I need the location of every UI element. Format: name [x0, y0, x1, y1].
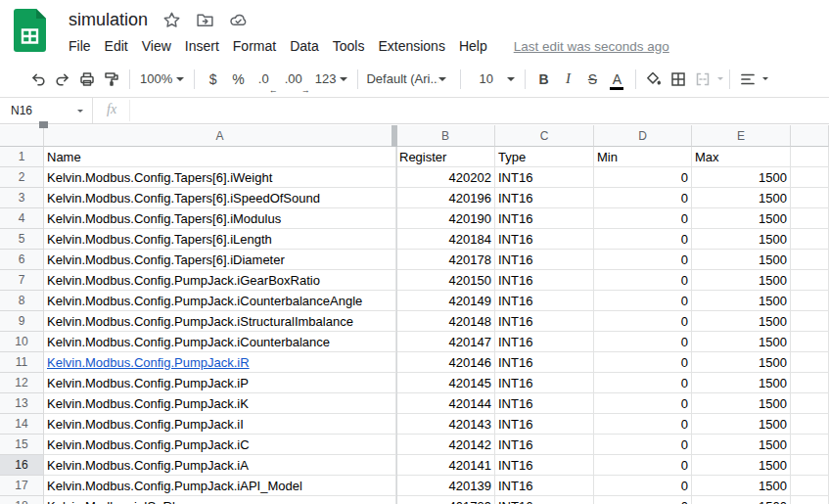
italic-button[interactable]: I — [556, 67, 580, 92]
cloud-saved-icon[interactable] — [229, 11, 248, 29]
more-formats-button[interactable]: 123 — [311, 67, 352, 92]
redo-button[interactable] — [50, 67, 74, 92]
bold-button[interactable]: B — [531, 67, 556, 92]
cell[interactable]: 0 — [594, 270, 692, 291]
cell[interactable]: 1500 — [692, 332, 791, 352]
cell[interactable]: 0 — [594, 455, 692, 476]
cell[interactable] — [791, 455, 829, 476]
menu-data[interactable]: Data — [283, 38, 326, 54]
cell[interactable]: Kelvin.Modbus.Config.PumpJack.iP — [44, 373, 396, 393]
row-header-18[interactable]: 18 — [0, 496, 44, 504]
cell[interactable]: 1500 — [692, 250, 791, 270]
row-header-7[interactable]: 7 — [0, 270, 44, 291]
cell[interactable]: Register — [396, 147, 495, 167]
cell[interactable]: Kelvin.Modbus.Config.Tapers[6].iSpeedOfS… — [44, 188, 396, 208]
cell[interactable]: Kelvin.Modbus.Config.PumpJack.iR — [44, 352, 396, 373]
cell[interactable]: INT16 — [495, 332, 594, 352]
cell[interactable]: Min — [594, 147, 692, 167]
menu-tools[interactable]: Tools — [326, 38, 372, 54]
cell[interactable]: Kelvin.Modbus.Config.PumpJack.iStructura… — [44, 311, 396, 332]
cell[interactable]: INT16 — [495, 476, 594, 496]
cell[interactable]: 1500 — [692, 311, 791, 332]
cell[interactable]: 1500 — [692, 352, 791, 373]
row-header-11[interactable]: 11 — [0, 352, 44, 373]
cell[interactable] — [791, 311, 829, 332]
menu-extensions[interactable]: Extensions — [371, 38, 451, 54]
cell[interactable]: INT16 — [495, 311, 594, 332]
cell[interactable]: Kelvin.Modbus.Config.PumpJack.iAPI_Model — [44, 476, 396, 496]
cell[interactable]: 1500 — [692, 167, 791, 188]
cell[interactable]: 1500 — [692, 208, 791, 229]
star-icon[interactable] — [162, 11, 181, 29]
cell[interactable]: Kelvin.Modbus.Config.Tapers[6].iWeight — [44, 167, 396, 188]
cell[interactable] — [791, 352, 829, 373]
paint-format-button[interactable] — [99, 67, 123, 92]
cell[interactable]: 420145 — [396, 373, 495, 393]
row-header-15[interactable]: 15 — [0, 435, 44, 455]
cell[interactable]: 0 — [594, 208, 692, 229]
cell[interactable]: Kelvin.Modbus.Config.Tapers[6].iModulus — [44, 208, 396, 229]
format-percent-button[interactable]: % — [225, 67, 251, 92]
cell[interactable]: 420190 — [396, 208, 495, 229]
cell[interactable] — [791, 332, 829, 352]
cell[interactable]: 0 — [594, 332, 692, 352]
cell[interactable]: INT16 — [495, 208, 594, 229]
cell[interactable]: INT16 — [495, 229, 594, 250]
row-header-6[interactable]: 6 — [0, 250, 44, 270]
cell[interactable]: 420143 — [396, 414, 495, 435]
cell[interactable]: INT16 — [495, 270, 594, 291]
cell[interactable]: 0 — [594, 414, 692, 435]
cell[interactable]: 0 — [594, 250, 692, 270]
cell[interactable]: Kelvin.Modbus.Config.PumpJack.iA — [44, 455, 396, 476]
text-color-button[interactable]: A — [605, 67, 629, 92]
increase-decimal-button[interactable]: .00 → — [279, 67, 308, 92]
cell[interactable]: INT16 — [495, 373, 594, 393]
menu-edit[interactable]: Edit — [98, 38, 135, 54]
cell[interactable]: INT16 — [495, 496, 594, 504]
cell[interactable]: 1500 — [692, 455, 791, 476]
cell[interactable]: 1500 — [692, 393, 791, 414]
cell[interactable]: 0 — [594, 311, 692, 332]
cell[interactable]: 0 — [594, 167, 692, 188]
cell[interactable]: INT16 — [495, 414, 594, 435]
column-header-C[interactable]: C — [495, 125, 594, 147]
cell[interactable]: 0 — [594, 496, 692, 504]
cell[interactable]: 1500 — [692, 435, 791, 455]
format-currency-button[interactable]: $ — [201, 67, 225, 92]
cell[interactable]: 420178 — [396, 250, 495, 270]
cell[interactable]: 1500 — [692, 291, 791, 311]
sheets-logo[interactable] — [14, 9, 46, 61]
fill-color-button[interactable] — [642, 67, 667, 92]
row-header-16[interactable]: 16 — [0, 455, 44, 476]
column-header-partial[interactable] — [791, 125, 829, 147]
strikethrough-button[interactable]: S — [580, 67, 605, 92]
name-box[interactable]: N16 — [0, 98, 93, 123]
cell[interactable]: INT16 — [495, 291, 594, 311]
cell[interactable]: Kelvin.Modbus.ioISqRl — [44, 496, 396, 504]
cell[interactable]: INT16 — [495, 435, 594, 455]
row-header-3[interactable]: 3 — [0, 188, 44, 208]
cell[interactable]: INT16 — [495, 188, 594, 208]
cell[interactable]: 420148 — [396, 311, 495, 332]
row-header-9[interactable]: 9 — [0, 311, 44, 332]
cell[interactable]: 420139 — [396, 476, 495, 496]
cell[interactable]: 420142 — [396, 435, 495, 455]
select-all-corner[interactable] — [0, 125, 44, 147]
cell[interactable]: 0 — [594, 476, 692, 496]
column-header-A[interactable]: A — [44, 125, 396, 147]
undo-button[interactable] — [25, 67, 50, 92]
cell[interactable] — [791, 435, 829, 455]
cell[interactable]: 420184 — [396, 229, 495, 250]
cell[interactable] — [791, 476, 829, 496]
row-header-12[interactable]: 12 — [0, 373, 44, 393]
menu-view[interactable]: View — [135, 38, 178, 54]
cell[interactable] — [791, 373, 829, 393]
cell[interactable]: Kelvin.Modbus.Config.PumpJack.iGearBoxRa… — [44, 270, 396, 291]
cell[interactable]: INT16 — [495, 393, 594, 414]
borders-button[interactable] — [667, 67, 691, 92]
column-header-B[interactable]: B — [396, 125, 495, 147]
print-button[interactable] — [74, 67, 99, 92]
row-header-2[interactable]: 2 — [0, 167, 44, 188]
cell[interactable]: 1500 — [692, 270, 791, 291]
cell[interactable] — [791, 291, 829, 311]
